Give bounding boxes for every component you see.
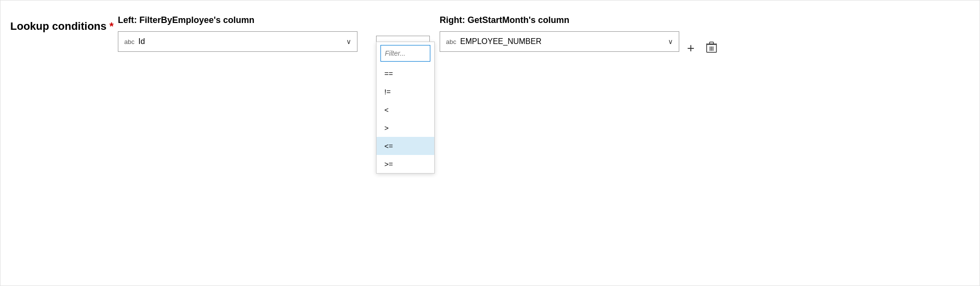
left-column-title: Left: FilterByEmployee's column — [118, 15, 372, 25]
lookup-conditions-panel: Lookup conditions * Left: FilterByEmploy… — [0, 0, 980, 286]
add-condition-button[interactable]: + — [685, 40, 696, 56]
left-dropdown-row: abc Id ∨ — [118, 31, 372, 52]
operator-dropdown-popup: == != < > <= >= — [376, 42, 435, 174]
right-section: Right: GetStartMonth's column abc EMPLOY… — [440, 15, 679, 52]
svg-rect-2 — [710, 42, 713, 44]
actions-section: + — [685, 15, 719, 57]
operator-option-neq[interactable]: != — [377, 83, 434, 101]
right-column-dropdown[interactable]: abc EMPLOYEE_NUMBER ∨ — [440, 31, 679, 52]
operator-option-gte[interactable]: >= — [377, 155, 434, 173]
operator-option-gt[interactable]: > — [377, 119, 434, 137]
right-type-badge: abc — [446, 38, 456, 45]
left-column-dropdown[interactable]: abc Id ∨ — [118, 31, 357, 52]
lookup-label-section: Lookup conditions * — [10, 15, 118, 33]
operator-option-lte[interactable]: <= — [377, 137, 434, 155]
left-type-badge: abc — [124, 38, 134, 45]
left-column-value: Id — [138, 37, 342, 46]
left-section: Left: FilterByEmployee's column abc Id ∨ — [118, 15, 372, 52]
operator-option-eq[interactable]: == — [377, 65, 434, 83]
right-column-title: Right: GetStartMonth's column — [440, 15, 679, 25]
right-column-value: EMPLOYEE_NUMBER — [460, 37, 664, 46]
delete-condition-button[interactable] — [704, 40, 719, 57]
middle-section: <= ∨ == != < > <= >= — [372, 15, 430, 56]
filter-input[interactable] — [380, 45, 430, 62]
operator-option-lt[interactable]: < — [377, 101, 434, 119]
lookup-conditions-label: Lookup conditions — [10, 20, 107, 33]
filter-input-wrapper — [377, 42, 434, 65]
right-column-chevron: ∨ — [668, 38, 673, 45]
left-column-chevron: ∨ — [346, 38, 351, 45]
main-content: Left: FilterByEmployee's column abc Id ∨… — [118, 15, 970, 57]
required-star: * — [110, 20, 114, 33]
